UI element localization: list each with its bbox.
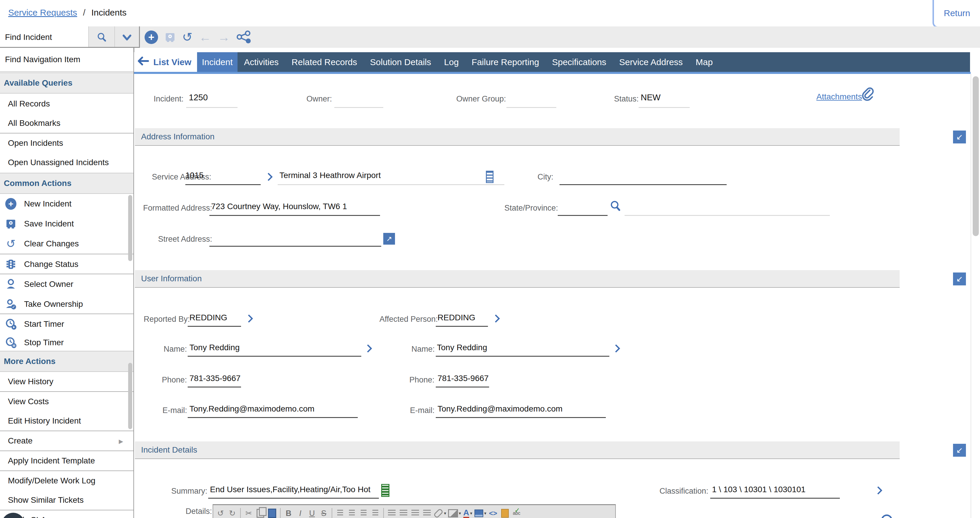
tab-specifications[interactable]: Specifications xyxy=(546,52,612,72)
affected-person-drilldown-icon[interactable] xyxy=(492,314,500,323)
previous-record-icon[interactable]: ← xyxy=(199,31,211,43)
rte-strikethrough-icon[interactable]: S xyxy=(319,508,329,518)
rte-ordered-list-icon[interactable] xyxy=(335,508,345,518)
street-address-goto-icon[interactable]: ↗ xyxy=(383,233,395,245)
tab-map[interactable]: Map xyxy=(689,52,719,72)
back-to-list-view[interactable]: List View xyxy=(134,52,197,72)
action-change-status[interactable]: Change Status xyxy=(0,254,134,274)
rte-align-center-icon[interactable] xyxy=(399,508,409,518)
rte-font-color-icon[interactable]: A▾ xyxy=(463,508,473,518)
collapse-section-icon[interactable]: ↙ xyxy=(953,444,966,457)
vertical-scrollbar[interactable] xyxy=(970,74,980,518)
reported-phone-field[interactable]: 781-335-9667 xyxy=(189,374,240,383)
classification-drilldown-icon[interactable] xyxy=(874,486,882,494)
service-address-description[interactable]: Terminal 3 Heathrow Airport xyxy=(280,171,380,180)
rte-justify-icon[interactable] xyxy=(422,508,432,518)
action-new-incident[interactable]: + New Incident xyxy=(0,194,134,214)
action-modify-delete-work-log[interactable]: Modify/Delete Work Log xyxy=(0,471,134,491)
tab-service-address[interactable]: Service Address xyxy=(613,52,689,72)
action-create-submenu[interactable]: Create ▸ xyxy=(0,431,134,451)
new-record-icon[interactable]: + xyxy=(145,30,158,44)
reported-by-drilldown-icon[interactable] xyxy=(245,314,253,323)
rte-underline-icon[interactable]: U xyxy=(307,508,317,518)
action-view-costs[interactable]: View Costs xyxy=(0,392,134,411)
tab-related-records[interactable]: Related Records xyxy=(285,52,363,72)
summary-long-description-icon[interactable] xyxy=(381,484,390,497)
action-save-incident[interactable]: Save Incident xyxy=(0,214,134,234)
sidebar-item-all-bookmarks[interactable]: All Bookmarks xyxy=(0,113,134,133)
affected-name-drilldown-icon[interactable] xyxy=(612,344,620,352)
action-clear-changes[interactable]: ↺ Clear Changes xyxy=(0,234,134,254)
rte-cut-icon[interactable]: ✂ xyxy=(244,508,254,518)
next-record-icon[interactable]: → xyxy=(218,31,230,43)
action-select-owner[interactable]: Select Owner xyxy=(0,274,134,294)
reported-name-field[interactable]: Tony Redding xyxy=(189,343,240,352)
action-start-timer[interactable]: Start Timer xyxy=(0,314,134,334)
collapse-section-icon[interactable]: ↙ xyxy=(953,131,966,143)
reported-by-field[interactable]: REDDING xyxy=(189,313,227,322)
rte-link-icon[interactable]: ▾ xyxy=(434,508,446,518)
partial-magnifier-icon[interactable] xyxy=(881,515,892,518)
rte-italic-icon[interactable]: I xyxy=(295,508,305,518)
attachments-link[interactable]: Attachments xyxy=(816,92,862,102)
find-incident-input[interactable]: Find Incident xyxy=(0,26,88,48)
find-search-button[interactable] xyxy=(88,26,115,48)
service-address-field[interactable]: 1015 xyxy=(185,171,204,180)
owner-field[interactable] xyxy=(334,107,383,108)
clear-changes-icon[interactable]: ↺ xyxy=(182,31,192,43)
rte-indent-icon[interactable] xyxy=(359,508,369,518)
paperclip-icon[interactable] xyxy=(861,87,875,102)
affected-person-field[interactable]: REDDING xyxy=(438,313,475,322)
find-navigation-input[interactable]: Find Navigation Item xyxy=(0,48,134,72)
vertical-scrollbar-thumb[interactable] xyxy=(973,76,979,236)
affected-phone-field[interactable]: 781-335-9667 xyxy=(438,374,488,383)
rte-align-right-icon[interactable] xyxy=(410,508,420,518)
tab-activities[interactable]: Activities xyxy=(237,52,285,72)
rte-redo-icon[interactable]: ↻ xyxy=(227,508,237,518)
sidebar-item-open-incidents[interactable]: Open Incidents xyxy=(0,134,134,153)
breadcrumb-link-service-requests[interactable]: Service Requests xyxy=(8,8,77,18)
tab-solution-details[interactable]: Solution Details xyxy=(364,52,438,72)
summary-field[interactable]: End User Issues,Facility,Heating/Air,Too… xyxy=(210,485,371,494)
rte-align-left-icon[interactable] xyxy=(387,508,397,518)
rte-table-icon[interactable]: ▾ xyxy=(474,508,487,518)
tab-failure-reporting[interactable]: Failure Reporting xyxy=(465,52,546,72)
sidebar-scrollbar-thumb[interactable] xyxy=(128,363,132,429)
rte-paste-from-word-icon[interactable] xyxy=(500,508,510,518)
incident-number-field[interactable]: 1250 xyxy=(189,93,208,102)
advanced-search-dropdown[interactable] xyxy=(115,26,139,48)
workflow-routing-icon[interactable] xyxy=(236,32,251,43)
tab-incident-active[interactable]: Incident xyxy=(197,52,237,72)
action-take-ownership[interactable]: ✓ Take Ownership xyxy=(0,294,134,314)
owner-group-field[interactable] xyxy=(506,107,556,108)
rte-paste-icon[interactable] xyxy=(267,508,277,518)
action-edit-history-incident[interactable]: Edit History Incident xyxy=(0,411,134,430)
state-lookup-magnifier-icon[interactable] xyxy=(609,199,622,214)
city-field[interactable] xyxy=(560,184,727,185)
rte-source-code-icon[interactable]: <> xyxy=(488,508,498,518)
reported-name-drilldown-icon[interactable] xyxy=(364,344,372,352)
sidebar-item-open-unassigned-incidents[interactable]: Open Unassigned Incidents xyxy=(0,153,134,172)
state-province-field[interactable] xyxy=(558,215,608,216)
action-apply-incident-template[interactable]: Apply Incident Template xyxy=(0,451,134,470)
rte-image-icon[interactable]: ▾ xyxy=(448,508,461,518)
rte-bold-icon[interactable]: B xyxy=(283,508,294,518)
sidebar-item-all-records[interactable]: All Records xyxy=(0,94,134,113)
sidebar-scrollbar-thumb[interactable] xyxy=(128,195,132,261)
rte-spellcheck-icon[interactable]: abc✓ xyxy=(512,508,522,518)
rte-copy-icon[interactable] xyxy=(255,508,266,518)
action-stop-timer[interactable]: Stop Timer xyxy=(0,334,134,351)
rte-outdent-icon[interactable] xyxy=(371,508,380,518)
long-description-icon[interactable] xyxy=(486,171,493,183)
reported-email-field[interactable]: Tony.Redding@maximodemo.com xyxy=(189,404,314,414)
rte-undo-icon[interactable]: ↺ xyxy=(216,508,226,518)
save-record-icon-disabled[interactable] xyxy=(164,32,176,43)
rte-bullet-list-icon[interactable] xyxy=(347,508,357,518)
affected-email-field[interactable]: Tony.Redding@maximodemo.com xyxy=(438,404,562,414)
collapse-section-icon[interactable]: ↙ xyxy=(953,273,966,285)
return-button[interactable]: Return xyxy=(932,0,980,28)
service-address-drilldown-icon[interactable] xyxy=(264,173,273,181)
street-address-field[interactable] xyxy=(209,246,381,247)
tab-log[interactable]: Log xyxy=(438,52,465,72)
action-show-similar-tickets[interactable]: Show Similar Tickets xyxy=(0,491,134,510)
